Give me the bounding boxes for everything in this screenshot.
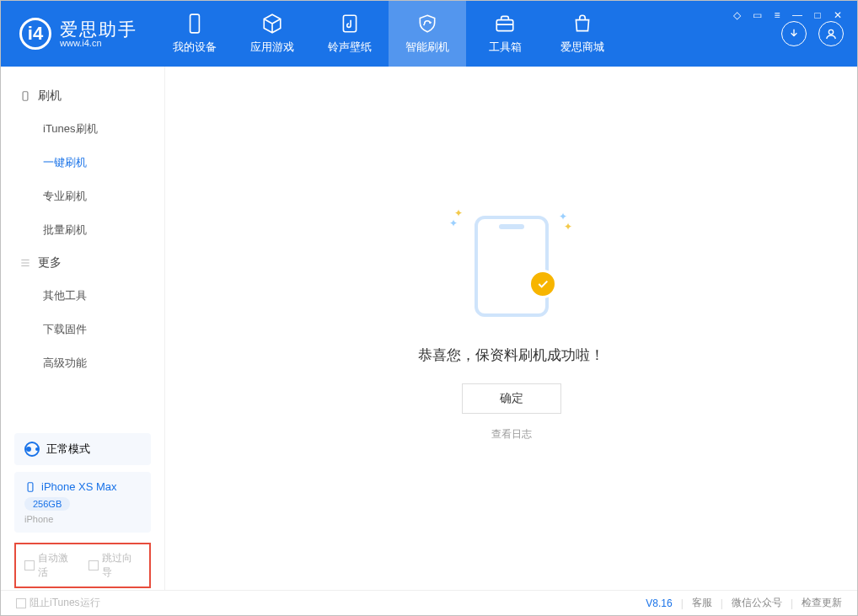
toolbox-icon <box>494 13 516 35</box>
svg-rect-0 <box>190 14 200 33</box>
checkbox-label: 阻止iTunes运行 <box>29 596 100 610</box>
checkbox-skip-guide[interactable]: 跳过向导 <box>88 551 141 580</box>
svg-rect-5 <box>28 482 33 491</box>
success-message: 恭喜您，保资料刷机成功啦！ <box>418 345 604 365</box>
tab-toolbox[interactable]: 工具箱 <box>466 1 544 67</box>
maximize-icon[interactable]: □ <box>812 9 823 21</box>
category-label: 更多 <box>38 255 62 271</box>
tab-label: 智能刷机 <box>405 40 449 55</box>
checkbox-auto-activate[interactable]: 自动激活 <box>24 551 77 580</box>
device-name: iPhone XS Max <box>41 480 117 493</box>
checkbox-label: 跳过向导 <box>102 551 141 580</box>
svg-rect-2 <box>496 20 513 31</box>
account-button[interactable] <box>818 21 844 46</box>
version-label: V8.16 <box>646 597 672 609</box>
main-content: ✦✦ ✦✦ 恭喜您，保资料刷机成功啦！ 确定 查看日志 <box>165 67 857 590</box>
sidebar-category-more: 更多 <box>1 247 164 279</box>
device-type: iPhone <box>24 514 141 524</box>
shield-refresh-icon <box>416 13 438 35</box>
app-logo: i4 爱思助手 www.i4.cn <box>1 18 156 50</box>
tab-label: 应用游戏 <box>250 40 294 55</box>
sidebar-item-advanced[interactable]: 高级功能 <box>1 346 164 380</box>
checkbox-stop-itunes[interactable]: 阻止iTunes运行 <box>16 596 100 610</box>
minimize-icon[interactable]: — <box>791 9 803 21</box>
category-label: 刷机 <box>38 88 62 104</box>
checkbox-label: 自动激活 <box>38 551 77 580</box>
window-controls: ◇ ▭ ≡ — □ ✕ <box>731 9 844 21</box>
view-log-link[interactable]: 查看日志 <box>491 427 532 442</box>
download-button[interactable] <box>781 21 807 46</box>
sidebar-item-other-tools[interactable]: 其他工具 <box>1 279 164 313</box>
tab-label: 我的设备 <box>173 40 217 55</box>
header-right <box>781 21 857 46</box>
app-url: www.i4.cn <box>60 39 137 48</box>
options-highlight-box: 自动激活 跳过向导 <box>14 543 151 588</box>
tab-label: 铃声壁纸 <box>328 40 372 55</box>
tab-ringtones-wallpapers[interactable]: 铃声壁纸 <box>311 1 389 67</box>
svg-point-3 <box>829 29 833 34</box>
support-link[interactable]: 客服 <box>692 596 712 610</box>
sidebar-category-flash: 刷机 <box>1 80 164 112</box>
success-check-icon <box>528 270 557 298</box>
bag-icon <box>571 13 593 35</box>
tab-smart-flash[interactable]: 智能刷机 <box>389 1 466 67</box>
svg-rect-4 <box>23 92 28 101</box>
header-bar: i4 爱思助手 www.i4.cn 我的设备 应用游戏 铃声壁纸 智能刷机 工具… <box>1 1 857 67</box>
nav-tabs: 我的设备 应用游戏 铃声壁纸 智能刷机 工具箱 爱思商城 <box>156 1 621 67</box>
footer-bar: 阻止iTunes运行 V8.16 | 客服 | 微信公众号 | 检查更新 <box>1 590 857 615</box>
capacity-badge: 256GB <box>24 497 70 511</box>
mode-status-icon <box>24 442 40 457</box>
music-file-icon <box>339 13 361 35</box>
svg-rect-1 <box>343 15 356 32</box>
device-mode-card[interactable]: 正常模式 <box>14 433 151 465</box>
cube-icon <box>261 13 283 35</box>
sidebar-item-batch-flash[interactable]: 批量刷机 <box>1 213 164 247</box>
logo-icon: i4 <box>19 18 51 50</box>
device-card[interactable]: iPhone XS Max 256GB iPhone <box>14 472 151 533</box>
close-icon[interactable]: ✕ <box>832 9 844 21</box>
app-name: 爱思助手 <box>60 19 137 39</box>
sidebar-item-oneclick-flash[interactable]: 一键刷机 <box>1 146 164 179</box>
feedback-icon[interactable]: ▭ <box>751 9 763 21</box>
tab-label: 爱思商城 <box>560 40 604 55</box>
device-icon <box>184 13 206 35</box>
check-update-link[interactable]: 检查更新 <box>802 596 842 610</box>
mode-label: 正常模式 <box>46 442 90 457</box>
tab-my-device[interactable]: 我的设备 <box>156 1 233 67</box>
phone-icon <box>24 481 36 493</box>
tab-store[interactable]: 爱思商城 <box>544 1 621 67</box>
tab-label: 工具箱 <box>489 40 522 55</box>
device-name-row: iPhone XS Max <box>24 480 141 493</box>
sidebar-item-download-firmware[interactable]: 下载固件 <box>1 313 164 346</box>
sidebar-item-itunes-flash[interactable]: iTunes刷机 <box>1 112 164 146</box>
success-illustration: ✦✦ ✦✦ <box>475 216 549 317</box>
sidebar: 刷机 iTunes刷机 一键刷机 专业刷机 批量刷机 更多 其他工具 下载固件 … <box>1 67 165 590</box>
menu-icon[interactable]: ≡ <box>771 9 783 21</box>
skin-icon[interactable]: ◇ <box>731 9 743 21</box>
phone-outline-icon <box>475 216 549 317</box>
wechat-link[interactable]: 微信公众号 <box>732 596 782 610</box>
list-icon <box>19 257 31 269</box>
phone-small-icon <box>19 90 31 102</box>
sidebar-item-pro-flash[interactable]: 专业刷机 <box>1 179 164 213</box>
tab-apps-games[interactable]: 应用游戏 <box>233 1 311 67</box>
ok-button[interactable]: 确定 <box>462 383 561 414</box>
